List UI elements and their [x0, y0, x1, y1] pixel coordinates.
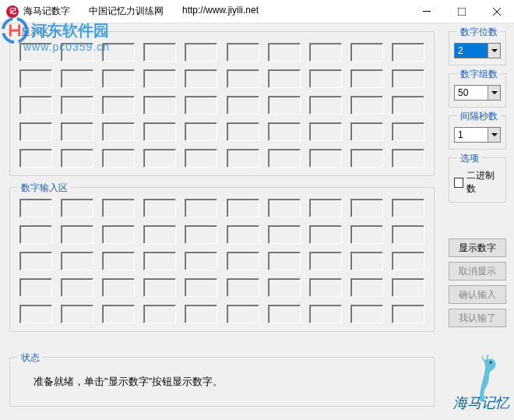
input-cell[interactable]	[102, 278, 135, 297]
status-area-legend: 状态	[18, 351, 43, 365]
input-cell[interactable]	[350, 199, 383, 217]
display-cell	[309, 122, 342, 141]
input-cell[interactable]	[392, 305, 424, 323]
display-cell	[350, 43, 383, 62]
input-cell[interactable]	[19, 305, 52, 323]
input-cell[interactable]	[227, 199, 259, 217]
display-cell	[61, 69, 93, 88]
input-cell[interactable]	[185, 305, 217, 323]
input-cell[interactable]	[392, 278, 424, 297]
input-cell[interactable]	[143, 252, 176, 270]
input-cell[interactable]	[350, 278, 383, 297]
input-cell[interactable]	[350, 252, 383, 270]
input-cell[interactable]	[227, 252, 259, 270]
giveup-button[interactable]: 我认输了	[449, 309, 506, 327]
chevron-down-icon[interactable]	[488, 128, 500, 142]
display-cell	[102, 122, 135, 141]
input-cell[interactable]	[102, 225, 135, 244]
input-cell[interactable]	[185, 199, 217, 217]
input-cell[interactable]	[102, 305, 135, 323]
input-cell[interactable]	[392, 199, 424, 217]
input-cell[interactable]	[268, 199, 301, 217]
display-cell	[143, 122, 176, 141]
status-text: 准备就绪，单击"显示数字"按钮显示数字。	[33, 375, 223, 389]
binary-label: 二进制数	[466, 169, 501, 196]
display-grid	[19, 43, 424, 168]
display-cell	[392, 96, 424, 115]
binary-checkbox[interactable]	[454, 178, 463, 188]
display-cell	[19, 149, 52, 168]
minimize-button[interactable]	[409, 0, 444, 23]
input-cell[interactable]	[392, 225, 424, 244]
display-cell	[268, 43, 301, 62]
brand-text: 海马记忆	[453, 394, 509, 412]
input-cell[interactable]	[61, 278, 93, 297]
input-cell[interactable]	[268, 225, 301, 244]
input-cell[interactable]	[61, 225, 93, 244]
input-cell[interactable]	[185, 252, 217, 270]
title-app-name: 海马记数字	[23, 5, 70, 18]
display-cell	[227, 122, 259, 141]
input-cell[interactable]	[19, 199, 52, 217]
input-cell[interactable]	[19, 252, 52, 270]
input-cell[interactable]	[350, 305, 383, 323]
input-cell[interactable]	[19, 225, 52, 244]
input-cell[interactable]	[185, 278, 217, 297]
display-cell	[185, 43, 217, 62]
chevron-down-icon[interactable]	[488, 86, 500, 100]
input-cell[interactable]	[143, 199, 176, 217]
display-cell	[143, 149, 176, 168]
input-cell[interactable]	[102, 199, 135, 217]
display-cell	[227, 43, 259, 62]
input-cell[interactable]	[309, 278, 342, 297]
input-cell[interactable]	[392, 252, 424, 270]
display-cell	[392, 43, 424, 62]
input-cell[interactable]	[61, 305, 93, 323]
input-grid	[19, 199, 424, 323]
display-cell	[19, 122, 52, 141]
options-fieldset: 选项 二进制数	[449, 157, 506, 203]
input-cell[interactable]	[268, 278, 301, 297]
input-cell[interactable]	[19, 278, 52, 297]
input-cell[interactable]	[185, 225, 217, 244]
display-cell	[61, 96, 93, 115]
chevron-down-icon[interactable]	[488, 44, 500, 58]
input-cell[interactable]	[309, 252, 342, 270]
display-cell	[350, 149, 383, 168]
group-count-fieldset: 数字组数 50	[449, 73, 506, 108]
input-cell[interactable]	[268, 252, 301, 270]
input-cell[interactable]	[309, 199, 342, 217]
input-cell[interactable]	[227, 225, 259, 244]
show-button[interactable]: 显示数字	[449, 238, 506, 257]
group-count-dropdown[interactable]: 50	[454, 85, 501, 101]
display-cell	[392, 149, 424, 168]
maximize-button[interactable]	[444, 0, 479, 23]
title-url: http://www.jiyili.net	[182, 5, 259, 18]
interval-dropdown[interactable]: 1	[454, 127, 501, 143]
input-cell[interactable]	[227, 278, 259, 297]
display-cell	[19, 96, 52, 115]
input-cell[interactable]	[143, 278, 176, 297]
display-cell	[309, 69, 342, 88]
input-cell[interactable]	[227, 305, 259, 323]
input-cell[interactable]	[143, 225, 176, 244]
interval-value: 1	[455, 129, 488, 140]
input-cell[interactable]	[309, 225, 342, 244]
input-cell[interactable]	[268, 305, 301, 323]
confirm-button[interactable]: 确认输入	[449, 285, 506, 304]
digit-count-dropdown[interactable]: 2	[454, 43, 501, 58]
input-cell[interactable]	[309, 305, 342, 323]
input-cell[interactable]	[61, 199, 93, 217]
status-area-fieldset: 状态 准备就绪，单击"显示数字"按钮显示数字。	[9, 357, 435, 407]
digit-count-value: 2	[455, 45, 488, 56]
input-cell[interactable]	[143, 305, 176, 323]
input-cell[interactable]	[350, 225, 383, 244]
cancel-button[interactable]: 取消显示	[449, 262, 506, 281]
display-cell	[350, 122, 383, 141]
input-cell[interactable]	[61, 252, 93, 270]
close-button[interactable]	[479, 0, 514, 23]
digit-count-label: 数字位数	[457, 26, 501, 39]
input-cell[interactable]	[102, 252, 135, 270]
titlebar: 记 海马记数字 中国记忆力训练网 http://www.jiyili.net	[0, 0, 514, 23]
display-cell	[19, 43, 52, 62]
